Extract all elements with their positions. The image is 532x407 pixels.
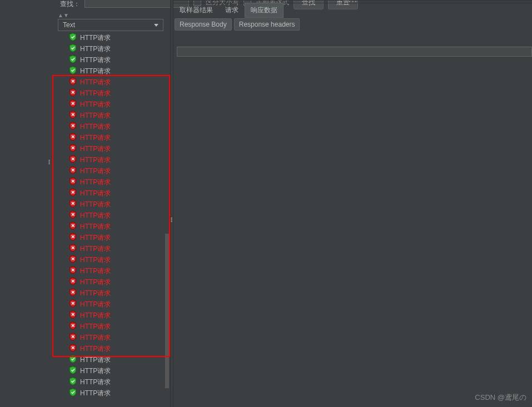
- chevron-down-icon: [154, 24, 158, 27]
- shield-error-icon: [69, 199, 77, 209]
- tree-item-label: HTTP请求: [80, 344, 111, 354]
- sort-toggle[interactable]: ▲▼: [58, 12, 69, 18]
- tree-item-label: HTTP请求: [80, 355, 111, 365]
- tree-item[interactable]: HTTP请求: [52, 365, 170, 376]
- shield-error-icon: [69, 266, 77, 276]
- watermark: CSDN @鸢尾の: [475, 393, 526, 403]
- tree-item-label: HTTP请求: [80, 78, 111, 87]
- format-dropdown[interactable]: Text: [58, 19, 163, 31]
- tree-item[interactable]: HTTP请求: [52, 88, 170, 99]
- tree-item[interactable]: HTTP请求: [52, 310, 170, 321]
- shield-error-icon: [69, 144, 77, 154]
- tree-item[interactable]: HTTP请求: [52, 243, 170, 254]
- tree-item[interactable]: HTTP请求: [52, 165, 170, 177]
- tree-item-label: HTTP请求: [80, 322, 111, 331]
- shield-error-icon: [69, 310, 77, 320]
- tree-item-label: HTTP请求: [80, 111, 111, 120]
- tree-item-label: HTTP请求: [80, 100, 111, 109]
- shield-error-icon: [69, 166, 77, 176]
- tree-item[interactable]: HTTP请求: [52, 376, 170, 388]
- grip-handle-icon[interactable]: •••: [48, 160, 50, 165]
- shield-error-icon: [69, 88, 77, 98]
- tree-item[interactable]: HTTP请求: [52, 77, 170, 88]
- shield-error-icon: [69, 122, 77, 132]
- tree-item[interactable]: HTTP请求: [52, 265, 170, 277]
- tree-item[interactable]: HTTP请求: [52, 43, 170, 54]
- tree-item-label: HTTP请求: [80, 189, 111, 198]
- subtab-response-body[interactable]: Response Body: [175, 18, 232, 31]
- tab-sampler-result[interactable]: 取样器结果: [173, 3, 219, 18]
- tree-item-label: HTTP请求: [80, 255, 111, 265]
- shield-error-icon: [69, 177, 77, 187]
- tree-item[interactable]: HTTP请求: [52, 321, 170, 332]
- tree-item[interactable]: HTTP请求: [52, 99, 170, 110]
- scrollbar-thumb[interactable]: [165, 233, 170, 389]
- tree-item-label: HTTP请求: [80, 244, 111, 254]
- tab-request[interactable]: 请求: [219, 3, 245, 18]
- tree-item-label: HTTP请求: [80, 178, 111, 187]
- tree-item[interactable]: HTTP请求: [52, 254, 170, 265]
- shield-ok-icon: [69, 377, 77, 387]
- tree-item-label: HTTP请求: [80, 67, 111, 76]
- tree-item[interactable]: HTTP请求: [52, 121, 170, 132]
- tree-scrollbar[interactable]: [165, 233, 170, 405]
- shield-error-icon: [69, 299, 77, 309]
- tree-item-label: HTTP请求: [80, 278, 111, 287]
- tree-item-label: HTTP请求: [80, 222, 111, 232]
- search-label: 查找：: [60, 0, 80, 9]
- shield-ok-icon: [69, 55, 77, 65]
- tree-item[interactable]: HTTP请求: [52, 154, 170, 165]
- tree-item[interactable]: HTTP请求: [52, 177, 170, 188]
- shield-error-icon: [69, 344, 77, 354]
- shield-error-icon: [69, 188, 77, 198]
- tree-item-label: HTTP请求: [80, 300, 111, 309]
- tree-item-label: HTTP请求: [80, 378, 111, 387]
- tree-item[interactable]: HTTP请求: [52, 388, 170, 399]
- tree-item[interactable]: HTTP请求: [52, 110, 170, 121]
- tree-item-label: HTTP请求: [80, 389, 111, 398]
- tree-item-label: HTTP请求: [80, 56, 111, 65]
- shield-error-icon: [69, 233, 77, 243]
- tree-item-label: HTTP请求: [80, 133, 111, 143]
- shield-error-icon: [69, 277, 77, 287]
- grip-handle-icon[interactable]: •••: [171, 218, 172, 223]
- tree-item[interactable]: HTTP请求: [52, 54, 170, 66]
- tree-item-label: HTTP请求: [80, 333, 111, 343]
- tree-item-label: HTTP请求: [80, 200, 111, 209]
- tree-item-label: HTTP请求: [80, 211, 111, 220]
- tree-item[interactable]: HTTP请求: [52, 210, 170, 221]
- tree-item-label: HTTP请求: [80, 144, 111, 154]
- tab-response-data[interactable]: 响应数据: [245, 3, 284, 18]
- tree-item[interactable]: HTTP请求: [52, 332, 170, 343]
- tree-item-label: HTTP请求: [80, 167, 111, 176]
- tree-item[interactable]: HTTP请求: [52, 132, 170, 143]
- tree-item[interactable]: HTTP请求: [52, 354, 170, 365]
- tree-item-label: HTTP请求: [80, 122, 111, 132]
- shield-error-icon: [69, 155, 77, 165]
- tree-item[interactable]: HTTP请求: [52, 299, 170, 310]
- shield-ok-icon: [69, 33, 77, 43]
- response-body-area[interactable]: [177, 47, 532, 57]
- shield-error-icon: [69, 210, 77, 220]
- tree-item[interactable]: HTTP请求: [52, 232, 170, 243]
- tree-item[interactable]: HTTP请求: [52, 32, 170, 43]
- shield-ok-icon: [69, 388, 77, 398]
- tree-item[interactable]: HTTP请求: [52, 343, 170, 354]
- tree-item[interactable]: HTTP请求: [52, 143, 170, 154]
- subtab-response-headers[interactable]: Response headers: [234, 18, 300, 31]
- tree-item[interactable]: HTTP请求: [52, 288, 170, 299]
- shield-ok-icon: [69, 355, 77, 365]
- results-tree[interactable]: HTTP请求HTTP请求HTTP请求HTTP请求HTTP请求HTTP请求HTTP…: [52, 32, 170, 407]
- shield-error-icon: [69, 255, 77, 265]
- tree-item-label: HTTP请求: [80, 267, 111, 276]
- tree-item[interactable]: HTTP请求: [52, 188, 170, 199]
- shield-ok-icon: [69, 66, 77, 76]
- tree-item-label: HTTP请求: [80, 89, 111, 98]
- shield-error-icon: [69, 133, 77, 143]
- tree-item[interactable]: HTTP请求: [52, 277, 170, 288]
- tree-item[interactable]: HTTP请求: [52, 199, 170, 210]
- shield-error-icon: [69, 333, 77, 343]
- shield-error-icon: [69, 288, 77, 298]
- tree-item[interactable]: HTTP请求: [52, 66, 170, 77]
- tree-item[interactable]: HTTP请求: [52, 221, 170, 232]
